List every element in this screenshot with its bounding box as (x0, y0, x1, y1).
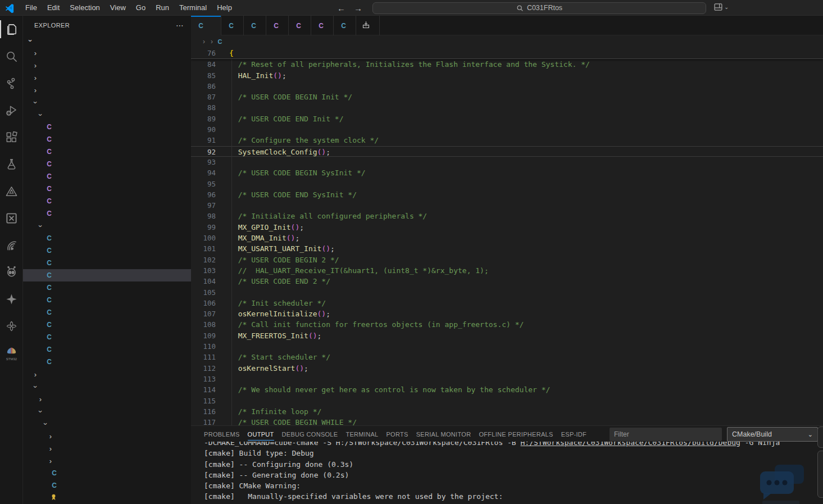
menu-run[interactable]: Run (151, 0, 174, 16)
output-channel-dropdown[interactable]: CMake/Build ⌄ (727, 427, 818, 442)
panel-tab-esp-idf[interactable]: ESP-IDF (561, 426, 587, 443)
activity-extensions-button[interactable] (0, 124, 23, 151)
tree-item-main.h[interactable]: C (23, 170, 191, 183)
code-line-92[interactable]: 92 SystemClock_Config(); (191, 146, 823, 157)
tab-portmacro.h[interactable]: C (266, 16, 289, 35)
activity-sparkle-button[interactable] (0, 285, 23, 312)
tab-usart.c[interactable]: C (244, 16, 266, 35)
nav-back-button[interactable]: ← (337, 0, 345, 16)
tree-item-usart.c[interactable]: C (23, 356, 191, 368)
tree-item-cmsis-rtos-v2[interactable]: › (23, 430, 191, 442)
menu-edit[interactable]: Edit (42, 0, 65, 16)
menu-file[interactable]: File (20, 0, 42, 16)
panel-tab-offline-peripherals[interactable]: OFFLINE PERIPHERALS (479, 426, 553, 443)
tree-item-system-stm32c0xx.c[interactable]: C (23, 343, 191, 356)
panel-tab-terminal[interactable]: TERMINAL (345, 426, 378, 443)
code-line-113[interactable]: 113 (191, 374, 823, 384)
panel-tab-serial-monitor[interactable]: SERIAL MONITOR (416, 426, 471, 443)
tree-item-cmsis[interactable]: › (23, 393, 191, 405)
tree-item-app-freertos.h[interactable]: C (23, 121, 191, 133)
code-line-89[interactable]: 89 /* USER CODE END Init */ (191, 113, 823, 124)
code-line-108[interactable]: 108 /* Call init function for freertos o… (191, 319, 823, 330)
tree-item-stm32c0xx-it.c[interactable]: C (23, 306, 191, 319)
command-center-search[interactable]: C031FRtos (372, 2, 706, 14)
code-line-109[interactable]: 109 MX_FREERTOS_Init(); (191, 330, 823, 341)
code-line-88[interactable]: 88 (191, 102, 823, 113)
tab-freertosconfig.h[interactable]: C (289, 16, 311, 35)
code-line-95[interactable]: 95 (191, 179, 823, 189)
activity-explorer-button[interactable] (0, 16, 23, 43)
tree-item-stm32c0xx-hal-msp.c[interactable]: C (23, 281, 191, 294)
menu-terminal[interactable]: Terminal (174, 0, 212, 16)
activity-esp-spiral-button[interactable] (0, 231, 23, 258)
customize-layout-button[interactable]: ⌄ (713, 2, 729, 12)
tree-item-portable[interactable]: › (23, 455, 191, 467)
code-line-101[interactable]: 101 MX_USART1_UART_Init(); (191, 243, 823, 254)
output-filter-input[interactable] (610, 428, 722, 441)
code-line-90[interactable]: 90 (191, 124, 823, 135)
code-line-111[interactable]: 111 /* Start scheduler */ (191, 352, 823, 362)
tree-item-c031frtos[interactable]: › (23, 34, 191, 47)
tree-item-croutine.c[interactable]: C (23, 467, 191, 479)
activity-testing-button[interactable] (0, 151, 23, 178)
tree-item-dma.c[interactable]: C (23, 244, 191, 257)
tab-main.c[interactable]: C (191, 16, 221, 35)
nav-forward-button[interactable]: → (354, 0, 362, 16)
code-line-85[interactable]: 85 HAL_Init(); (191, 70, 823, 81)
code-line-106[interactable]: 106 /* Init scheduler */ (191, 298, 823, 308)
code-line-116[interactable]: 116 /* Infinite loop */ (191, 406, 823, 417)
code-line-115[interactable]: 115 (191, 396, 823, 406)
code-editor[interactable]: 76 { 84 /* Reset of all peripherals, Ini… (191, 48, 823, 425)
tree-item-inc[interactable]: › (23, 108, 191, 121)
panel-tab-output[interactable]: OUTPUT (248, 426, 274, 443)
panel-tab-problems[interactable]: PROBLEMS (204, 426, 240, 443)
tab-freertosconfig-template.h[interactable]: C (311, 16, 334, 35)
activity-search-button[interactable] (0, 43, 23, 70)
code-line-105[interactable]: 105 (191, 287, 823, 298)
tree-item-syscalls.c[interactable]: C (23, 319, 191, 331)
code-line-112[interactable]: 112 osKernelStart(); (191, 363, 823, 374)
code-line-103[interactable]: 103 // HAL_UART_Receive_IT(&huart1, (uin… (191, 265, 823, 276)
code-line-114[interactable]: 114 /* We should never get here as contr… (191, 384, 823, 395)
tree-item-source[interactable]: › (23, 417, 191, 430)
tree-item-drivers[interactable]: › (23, 368, 191, 380)
tab-app-freertos.c[interactable]: C (334, 16, 356, 35)
tree-item-sysmem.c[interactable]: C (23, 331, 191, 343)
sticky-scroll-row[interactable]: 76 { (191, 48, 823, 59)
code-line-98[interactable]: 98 /* Initialize all configured peripher… (191, 211, 823, 221)
panel-tab-debug-console[interactable]: DEBUG CONSOLE (282, 426, 338, 443)
tree-item-license[interactable] (23, 492, 191, 504)
activity-run-debug-button[interactable] (0, 97, 23, 124)
tree-item-dma.h[interactable]: C (23, 133, 191, 146)
code-line-99[interactable]: 99 MX_GPIO_Init(); (191, 222, 823, 233)
tree-item-freertos[interactable]: › (23, 405, 191, 417)
tree-item-include[interactable]: › (23, 442, 191, 455)
tree-item-event-groups.c[interactable]: C (23, 479, 191, 492)
menu-go[interactable]: Go (131, 0, 151, 16)
tree-item-main.c[interactable]: C (23, 269, 191, 281)
code-line-96[interactable]: 96 /* USER CODE END SysInit */ (191, 189, 823, 200)
code-line-91[interactable]: 91 /* Configure the system clock */ (191, 135, 823, 146)
tree-item-usart.h[interactable]: C (23, 207, 191, 220)
code-line-84[interactable]: 84 /* Reset of all peripherals, Initiali… (191, 59, 823, 70)
tree-item-stm32c0xx-hal-timebase-tim.c[interactable]: C (23, 294, 191, 306)
code-line-97[interactable]: 97 (191, 200, 823, 211)
activity-alien-head-button[interactable] (0, 258, 23, 285)
more-actions-icon[interactable]: ⋯ (176, 21, 184, 30)
tree-item-src[interactable]: › (23, 220, 191, 232)
code-line-107[interactable]: 107 osKernelInitialize(); (191, 308, 823, 319)
tree-item-.settings[interactable]: › (23, 47, 191, 59)
output-log[interactable]: -DCMAKE_COMMAND=cube-cmake -S H:/STWorks… (191, 442, 823, 504)
menu-selection[interactable]: Selection (65, 0, 104, 16)
code-line-100[interactable]: 100 MX_DMA_Init(); (191, 233, 823, 243)
activity-stm32-butterfly-button[interactable]: STM32 (0, 339, 23, 366)
code-line-104[interactable]: 104 /* USER CODE END 2 */ (191, 276, 823, 287)
code-line-87[interactable]: 87 /* USER CODE BEGIN Init */ (191, 92, 823, 102)
tree-item-stm32c0xx-it.h[interactable]: C (23, 195, 191, 207)
activity-triangle-a-button[interactable] (0, 178, 23, 205)
activity-knot-button[interactable] (0, 312, 23, 339)
code-line-93[interactable]: 93 (191, 157, 823, 167)
activity-source-control-button[interactable] (0, 70, 23, 97)
tree-item-.vscode[interactable]: › (23, 59, 191, 71)
tree-item-cmake[interactable]: › (23, 84, 191, 96)
